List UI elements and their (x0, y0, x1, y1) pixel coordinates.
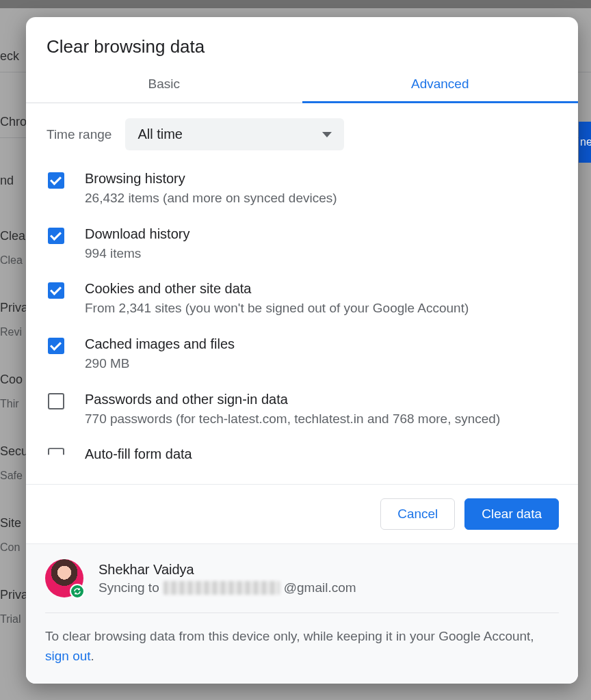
account-sync-status: Syncing to @gmail.com (98, 580, 356, 595)
checkbox-passwords[interactable] (48, 393, 64, 409)
item-title: Download history (85, 226, 189, 242)
tabs: Basic Advanced (26, 66, 578, 103)
time-range-select[interactable]: All time (125, 118, 344, 150)
item-title: Cookies and other site data (85, 281, 469, 297)
item-cache: Cached images and files 290 MB (48, 336, 557, 373)
item-title: Auto-fill form data (85, 446, 192, 462)
checkbox-browsing-history[interactable] (48, 172, 64, 189)
item-title: Passwords and other sign-in data (85, 392, 500, 407)
tab-basic[interactable]: Basic (26, 66, 302, 103)
checkbox-download-history[interactable] (48, 228, 64, 244)
item-title: Browsing history (85, 171, 337, 187)
account-section: Shekhar Vaidya Syncing to @gmail.com To … (26, 543, 578, 684)
item-subtitle: 994 items (85, 245, 189, 262)
avatar (45, 559, 83, 597)
sync-icon (70, 584, 85, 599)
redacted-email (163, 581, 280, 595)
item-subtitle: 770 passwords (for tech-latest.com, tech… (85, 410, 500, 428)
clear-browsing-data-dialog: Clear browsing data Basic Advanced Time … (26, 17, 578, 684)
item-cookies: Cookies and other site data From 2,341 s… (48, 281, 557, 317)
item-subtitle: From 2,341 sites (you won't be signed ou… (85, 299, 469, 317)
checkbox-cache[interactable] (48, 338, 64, 354)
item-download-history: Download history 994 items (48, 226, 557, 262)
chevron-down-icon (322, 132, 332, 137)
clear-data-button[interactable]: Clear data (464, 498, 559, 530)
account-name: Shekhar Vaidya (98, 562, 356, 578)
time-range-label: Time range (47, 127, 111, 142)
time-range-value: All time (137, 126, 183, 142)
dialog-title: Clear browsing data (47, 36, 557, 57)
item-title: Cached images and files (85, 336, 235, 352)
checkbox-autofill[interactable] (48, 448, 64, 464)
sign-out-link[interactable]: sign out (45, 649, 91, 663)
tab-advanced[interactable]: Advanced (302, 66, 579, 103)
checkbox-cookies[interactable] (48, 282, 64, 299)
item-autofill: Auto-fill form data (48, 446, 557, 465)
sync-note: To clear browsing data from this device … (45, 627, 559, 666)
cancel-button[interactable]: Cancel (380, 498, 455, 530)
item-browsing-history: Browsing history 26,432 items (and more … (48, 171, 557, 207)
item-subtitle: 290 MB (85, 355, 235, 373)
item-subtitle: 26,432 items (and more on synced devices… (85, 189, 337, 207)
clear-items-list: Browsing history 26,432 items (and more … (47, 171, 557, 453)
bg-button-fragment: ne (579, 122, 591, 163)
item-passwords: Passwords and other sign-in data 770 pas… (48, 392, 557, 428)
dialog-footer: Cancel Clear data (26, 484, 578, 543)
